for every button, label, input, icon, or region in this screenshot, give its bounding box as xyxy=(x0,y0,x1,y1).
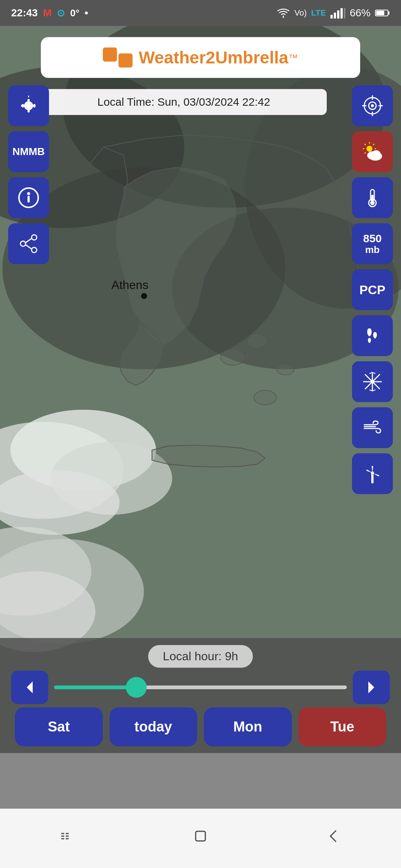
day-tue-label: Tue xyxy=(330,719,354,735)
share-button[interactable] xyxy=(8,223,49,264)
svg-rect-6 xyxy=(388,11,389,14)
logo-square-2 xyxy=(118,53,133,68)
nmmb-button[interactable]: NMMB xyxy=(8,131,49,172)
home-button[interactable] xyxy=(191,827,210,850)
svg-point-27 xyxy=(27,104,30,107)
bottom-controls: Local hour: 9h Sat today Mon xyxy=(0,638,401,753)
thermometer-icon xyxy=(361,187,384,209)
logo-square-1 xyxy=(103,47,117,62)
svg-rect-63 xyxy=(371,195,374,201)
svg-point-51 xyxy=(366,146,372,152)
local-time-badge: Local Time: Sun, 03/03/2024 22:42 xyxy=(41,89,327,115)
athens-label: Athens xyxy=(111,278,149,292)
share-icon xyxy=(18,233,39,254)
signal-icon xyxy=(330,7,345,19)
day-today-label: today xyxy=(134,719,172,735)
target-icon xyxy=(361,95,384,117)
svg-line-43 xyxy=(26,245,32,249)
local-time-text: Local Time: Sun, 03/03/2024 22:42 xyxy=(97,96,270,108)
slider-row xyxy=(7,671,394,704)
rain-icon xyxy=(361,325,384,347)
svg-rect-3 xyxy=(340,8,343,19)
pcp-label: PCP xyxy=(359,283,385,297)
time-slider[interactable] xyxy=(54,685,347,689)
right-arrow-icon xyxy=(364,680,379,695)
recent-apps-button[interactable] xyxy=(58,827,76,850)
pressure-label: 850 mb xyxy=(363,232,382,255)
logo-icon xyxy=(103,50,133,65)
battery-icon xyxy=(375,9,390,17)
lte-text: LTE xyxy=(311,8,326,18)
info-button[interactable] xyxy=(8,177,49,218)
svg-marker-78 xyxy=(27,681,33,693)
athens-dot xyxy=(141,293,147,299)
temp-display: 0° xyxy=(70,7,79,19)
wind-icon xyxy=(361,417,384,439)
left-arrow-icon xyxy=(22,680,37,695)
svg-point-40 xyxy=(20,241,26,246)
location-button[interactable] xyxy=(352,85,393,126)
svg-point-22 xyxy=(247,334,267,348)
day-buttons: Sat today Mon Tue xyxy=(7,707,394,746)
svg-point-21 xyxy=(221,349,245,365)
svg-point-23 xyxy=(277,364,294,375)
wifi-icon xyxy=(277,8,290,18)
svg-rect-7 xyxy=(376,11,384,15)
day-sat-button[interactable]: Sat xyxy=(15,707,103,746)
day-sat-label: Sat xyxy=(48,719,70,735)
svg-point-74 xyxy=(371,380,374,384)
settings-button[interactable] xyxy=(8,85,49,126)
at-icon: ⊙ xyxy=(57,7,65,19)
logo-bar: Weather2Umbrella™ xyxy=(41,37,360,78)
day-tue-button[interactable]: Tue xyxy=(299,707,387,746)
gear-icon xyxy=(18,95,39,116)
weather-button[interactable] xyxy=(352,131,393,172)
prev-button[interactable] xyxy=(11,671,48,704)
svg-rect-29 xyxy=(27,109,30,112)
day-today-button[interactable]: today xyxy=(110,707,198,746)
status-left: 22:43 M ⊙ 0° • xyxy=(11,7,88,19)
svg-marker-79 xyxy=(368,681,374,693)
temperature-button[interactable] xyxy=(352,177,393,218)
svg-point-46 xyxy=(371,104,374,107)
status-right: Vo) LTE 66% xyxy=(277,7,390,19)
windmill-icon xyxy=(361,463,384,485)
svg-line-58 xyxy=(365,152,366,154)
rain-button[interactable] xyxy=(352,315,393,356)
slider-thumb[interactable] xyxy=(126,677,147,698)
next-button[interactable] xyxy=(353,671,390,704)
battery-display: 66% xyxy=(350,7,371,19)
svg-rect-76 xyxy=(371,474,374,483)
svg-rect-86 xyxy=(196,831,205,841)
nmmb-label: NMMB xyxy=(12,146,45,158)
svg-rect-37 xyxy=(27,196,30,203)
day-mon-label: Mon xyxy=(233,719,262,735)
time-display: 22:43 xyxy=(11,7,38,19)
svg-rect-1 xyxy=(334,13,336,19)
day-mon-button[interactable]: Mon xyxy=(204,707,292,746)
back-button[interactable] xyxy=(325,827,343,850)
lte-label: Vo) xyxy=(294,8,307,18)
info-icon xyxy=(18,187,39,208)
logo-text: Weather2Umbrella™ xyxy=(138,47,298,68)
snow-button[interactable] xyxy=(352,361,393,402)
svg-point-61 xyxy=(372,150,381,158)
partly-cloudy-icon xyxy=(361,141,384,163)
status-bar: 22:43 M ⊙ 0° • Vo) LTE 66% xyxy=(0,0,401,26)
pcp-button[interactable]: PCP xyxy=(352,269,393,310)
wind-button[interactable] xyxy=(352,407,393,448)
svg-rect-4 xyxy=(344,8,345,19)
svg-point-38 xyxy=(27,192,30,195)
notification-dot: • xyxy=(85,7,88,19)
svg-point-65 xyxy=(370,201,375,205)
svg-point-24 xyxy=(254,390,277,405)
slider-fill xyxy=(54,685,136,689)
home-icon xyxy=(191,827,210,845)
svg-line-56 xyxy=(365,144,366,145)
pressure-button[interactable]: 850 mb xyxy=(352,223,393,264)
svg-rect-28 xyxy=(27,99,30,102)
windmill-button[interactable] xyxy=(352,453,393,494)
svg-rect-0 xyxy=(330,15,333,19)
local-hour-badge: Local hour: 9h xyxy=(148,645,253,668)
svg-line-42 xyxy=(26,239,32,243)
